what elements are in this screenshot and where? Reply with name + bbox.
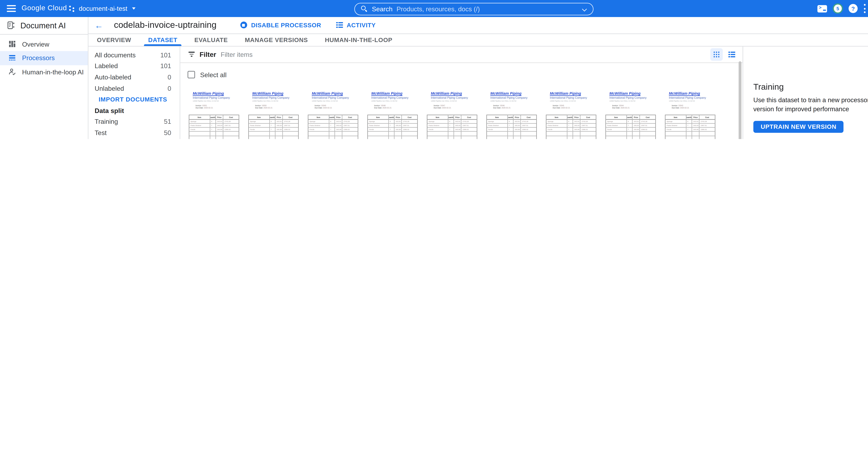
data-split-rows: Training51Test50Unassigned0 — [88, 116, 180, 139]
import-documents-button[interactable]: IMPORT DOCUMENTS — [88, 94, 180, 105]
document-card[interactable]: McWilliam Piping International Piping Co… — [187, 88, 241, 139]
sidebar-item-overview[interactable]: Overview — [0, 37, 88, 51]
document-card[interactable]: McWilliam Piping International Piping Co… — [604, 88, 658, 139]
document-thumbnail[interactable]: McWilliam Piping International Piping Co… — [187, 91, 241, 139]
document-card[interactable]: McWilliam Piping International Piping Co… — [247, 88, 300, 139]
count-row[interactable]: All documents101 — [88, 49, 180, 60]
tab[interactable]: EVALUATE — [186, 34, 237, 46]
invoice-table: ItemQuantityPriceCost Sponge8343.912743.… — [308, 115, 358, 139]
document-counts: All documents101Labeled101Auto-labeled0U… — [88, 47, 180, 94]
invoice-table: ItemQuantityPriceCost Sponge8343.912743.… — [606, 115, 656, 139]
activity-icon — [336, 22, 343, 28]
split-row[interactable]: Test50 — [88, 127, 180, 138]
processor-tabs: OVERVIEWDATASETEVALUATEMANAGE VERSIONSHU… — [88, 34, 868, 47]
processor-header: ← codelab-invoice-uptraining DISABLE PRO… — [88, 17, 868, 34]
invoice-table: ItemQuantityPriceCost Sponge8343.912743.… — [248, 115, 299, 139]
document-thumbnail[interactable]: McWilliam Piping International Piping Co… — [306, 91, 360, 139]
product-header: Document AI — [0, 17, 88, 34]
invoice-table: ItemQuantityPriceCost Sponge8343.912743.… — [367, 115, 418, 139]
search-icon — [361, 6, 367, 12]
split-row[interactable]: Training51 — [88, 116, 180, 127]
select-all-checkbox[interactable] — [188, 71, 195, 78]
document-thumbnail[interactable]: McWilliam Piping International Piping Co… — [366, 91, 420, 139]
filter-icon — [188, 52, 195, 57]
back-arrow-icon[interactable]: ← — [95, 21, 103, 29]
dataset-filter-panel: All documents101Labeled101Auto-labeled0U… — [88, 47, 180, 139]
document-card[interactable]: McWilliam Piping International Piping Co… — [485, 88, 538, 139]
project-picker[interactable]: document-ai-test — [69, 3, 135, 14]
uptrain-new-version-button[interactable]: UPTRAIN NEW VERSION — [753, 121, 844, 133]
activity-button[interactable]: ACTIVITY — [336, 22, 376, 29]
invoice-table: ItemQuantityPriceCost Sponge8343.912743.… — [665, 115, 715, 139]
document-thumbnail[interactable]: McWilliam Piping International Piping Co… — [485, 91, 538, 139]
project-name: document-ai-test — [79, 5, 127, 12]
grid-view-icon — [713, 52, 720, 58]
sidebar-item-hitl[interactable]: Human-in-the-loop AI — [0, 65, 88, 79]
invoice-table: ItemQuantityPriceCost Sponge8343.912743.… — [546, 115, 596, 139]
overview-icon — [8, 40, 17, 48]
product-title: Document AI — [21, 21, 66, 30]
chevron-down-icon — [132, 7, 135, 9]
count-row[interactable]: Auto-labeled0 — [88, 72, 180, 83]
disable-icon — [240, 22, 247, 29]
document-card[interactable]: McWilliam Piping International Piping Co… — [306, 88, 360, 139]
document-thumbnail[interactable]: McWilliam Piping International Piping Co… — [425, 91, 479, 139]
training-title: Training — [753, 82, 868, 91]
more-options-icon[interactable] — [863, 4, 866, 13]
training-description: Use this dataset to train a new processo… — [753, 96, 868, 113]
app-window: Google Cloud document-ai-test Search Pro… — [0, 0, 868, 139]
tab[interactable]: HUMAN-IN-THE-LOOP — [316, 34, 401, 46]
invoice-table: ItemQuantityPriceCost Sponge8343.912743.… — [487, 115, 537, 139]
notifications-badge[interactable]: 5 — [833, 3, 843, 14]
search-input[interactable]: Search Products, resources, docs (/) — [354, 3, 593, 15]
list-view-button[interactable] — [726, 48, 738, 61]
select-all-control[interactable]: Select all — [188, 71, 226, 78]
list-view-icon — [728, 52, 735, 58]
tab[interactable]: DATASET — [140, 34, 186, 46]
disable-processor-button[interactable]: DISABLE PROCESSOR — [240, 22, 321, 29]
document-thumbnail[interactable]: McWilliam Piping International Piping Co… — [663, 91, 717, 139]
document-ai-icon — [7, 21, 15, 30]
document-card[interactable]: McWilliam Piping International Piping Co… — [366, 88, 420, 139]
search-chevron-icon[interactable] — [583, 7, 587, 11]
document-thumbnail[interactable]: McWilliam Piping International Piping Co… — [247, 91, 300, 139]
document-thumbnail[interactable]: McWilliam Piping International Piping Co… — [604, 91, 658, 139]
tab[interactable]: MANAGE VERSIONS — [236, 34, 316, 46]
tab[interactable]: OVERVIEW — [88, 34, 140, 46]
document-card[interactable]: McWilliam Piping International Piping Co… — [544, 88, 598, 139]
product-sidebar: Document AI Overview Processors Human-in… — [0, 17, 88, 139]
project-icon — [69, 5, 75, 12]
split-row[interactable]: Unassigned0 — [88, 138, 180, 139]
person-check-icon — [8, 68, 17, 76]
document-grid: McWilliam Piping International Piping Co… — [187, 88, 723, 139]
page-title: codelab-invoice-uptraining — [114, 20, 216, 30]
data-split-heading: Data split — [88, 105, 180, 116]
invoice-table: ItemQuantityPriceCost Sponge8343.912743.… — [427, 115, 477, 139]
document-card[interactable]: McWilliam Piping International Piping Co… — [425, 88, 479, 139]
count-row[interactable]: Unlabeled0 — [88, 83, 180, 94]
filter-items-input[interactable]: Filter items — [221, 51, 253, 58]
google-cloud-logo[interactable]: Google Cloud — [22, 4, 67, 12]
search-placeholder: Products, resources, docs (/) — [397, 5, 480, 12]
main-scrollbar-thumb[interactable] — [739, 61, 741, 139]
processors-icon — [8, 54, 17, 62]
menu-icon[interactable] — [7, 5, 16, 12]
document-thumbnail[interactable]: McWilliam Piping International Piping Co… — [544, 91, 598, 139]
cloud-shell-icon[interactable] — [817, 5, 827, 12]
sidebar-item-processors[interactable]: Processors — [0, 51, 88, 65]
help-icon[interactable]: ? — [848, 4, 858, 13]
invoice-table: ItemQuantityPriceCost Sponge8343.912743.… — [189, 115, 239, 139]
count-row[interactable]: Labeled101 — [88, 60, 180, 72]
items-filter-toolbar: Filter Filter items — [180, 47, 743, 63]
grid-view-button[interactable] — [710, 48, 723, 61]
document-grid-area: Filter Filter items Select all McWilliam… — [180, 47, 743, 139]
document-card[interactable]: McWilliam Piping International Piping Co… — [663, 88, 717, 139]
google-cloud-topbar: Google Cloud document-ai-test Search Pro… — [0, 0, 868, 17]
training-panel: Training Use this dataset to train a new… — [743, 47, 868, 139]
